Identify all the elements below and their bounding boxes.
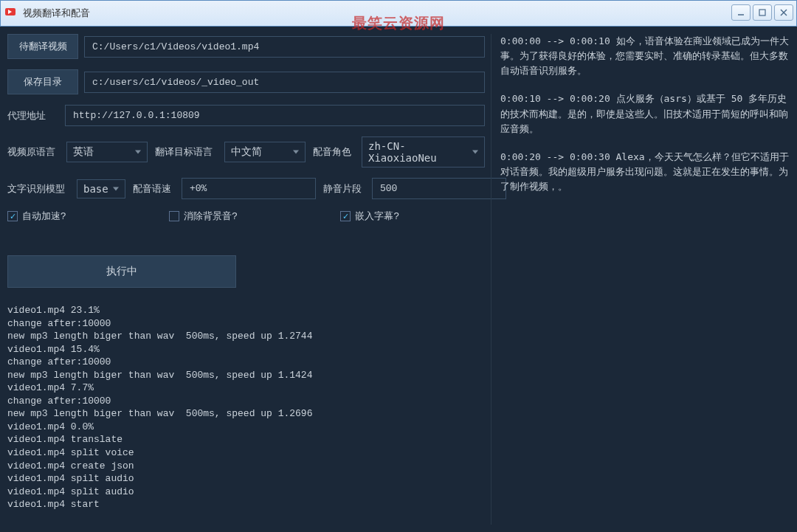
checkbox-icon [7,211,18,221]
checkbox-icon [169,211,179,221]
select-video-button[interactable]: 待翻译视频 [7,34,78,59]
maximize-button[interactable] [753,4,772,21]
voice-speed-input[interactable] [182,178,316,199]
log-output: video1.mp4 23.1% change after:10000 new … [7,304,485,511]
app-icon [5,8,18,18]
target-lang-label: 翻译目标语言 [155,145,217,159]
window-title: 视频翻译和配音 [23,7,90,20]
transcript-block: 0:00:20 --> 0:00:30 Alexa，今天天气怎么样？但它不适用于… [500,150,790,194]
auto-speed-label: 自动加速? [22,210,66,223]
target-lang-dropdown[interactable]: 中文简 [224,142,306,162]
recognition-model-label: 文字识别模型 [7,182,69,196]
proxy-label: 代理地址 [7,109,59,122]
proxy-input[interactable] [65,105,485,126]
select-save-dir-button[interactable]: 保存目录 [7,69,78,94]
execute-button[interactable]: 执行中 [7,255,236,288]
remove-bg-checkbox[interactable]: 消除背景音? [169,210,237,223]
voice-role-dropdown[interactable]: zh-CN-XiaoxiaoNeu [362,137,485,167]
voice-role-label: 配音角色 [313,145,354,159]
recognition-model-dropdown[interactable]: base [77,179,125,198]
remove-bg-label: 消除背景音? [184,210,237,223]
embed-subs-checkbox[interactable]: 嵌入字幕? [340,210,398,223]
svg-rect-1 [759,10,765,15]
auto-speed-checkbox[interactable]: 自动加速? [7,210,66,223]
embed-subs-label: 嵌入字幕? [355,210,398,223]
window-controls [731,4,793,21]
video-path-input[interactable] [84,36,485,58]
save-dir-input[interactable] [84,72,485,93]
transcript-block: 0:00:00 --> 0:00:10 如今，语音体验在商业领域已成为一件大事。… [500,34,790,78]
silence-input[interactable] [372,178,506,199]
close-button[interactable] [774,4,793,21]
silence-label: 静音片段 [323,182,365,196]
checkbox-icon [340,211,351,221]
voice-speed-label: 配音语速 [133,182,174,196]
minimize-button[interactable] [731,4,751,21]
left-panel: 待翻译视频 保存目录 代理地址 视频原语言 英语 翻译目标语言 中文简 配音角色… [7,34,485,525]
transcript-panel: 0:00:00 --> 0:00:10 如今，语音体验在商业领域已成为一件大事。… [491,34,790,525]
titlebar: 视频翻译和配音 [0,0,797,27]
source-lang-dropdown[interactable]: 英语 [66,142,148,162]
transcript-block: 0:00:10 --> 0:00:20 点火服务（asrs）或基于 50 多年历… [500,91,790,136]
source-lang-label: 视频原语言 [7,145,59,159]
